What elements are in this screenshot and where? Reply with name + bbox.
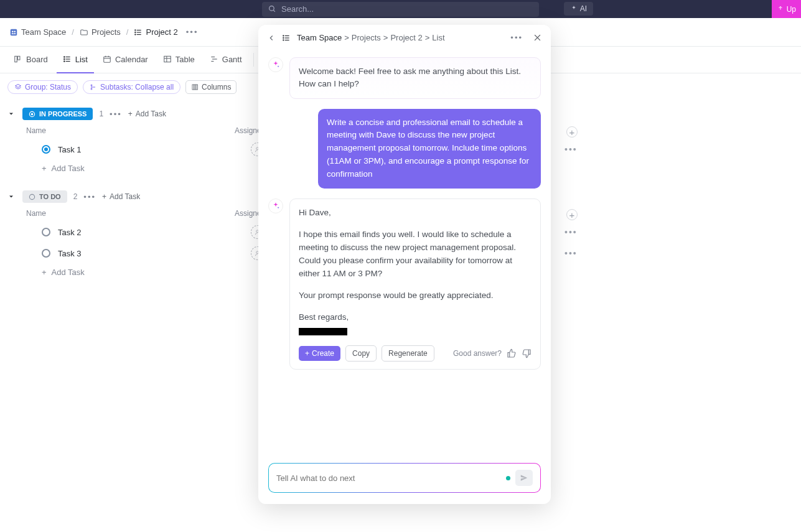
- ai-breadcrumb: Team Space > Projects > Project 2 > List: [297, 33, 500, 42]
- plus-icon: +: [128, 110, 133, 118]
- upgrade-label: Up: [787, 5, 796, 14]
- crumb-team-space[interactable]: Team Space: [7, 26, 68, 39]
- view-calendar[interactable]: Calendar: [96, 47, 154, 73]
- svg-point-9: [135, 32, 136, 32]
- feedback-label: Good answer?: [453, 348, 502, 360]
- view-label: List: [75, 55, 88, 64]
- ai-toggle[interactable]: AI: [564, 2, 593, 16]
- pill-label: Subtasks: Collapse all: [100, 83, 174, 91]
- group-add-task[interactable]: + Add Task: [128, 110, 166, 118]
- crumb-project2[interactable]: Project 2: [132, 26, 179, 39]
- svg-point-42: [29, 194, 34, 199]
- group-add-task[interactable]: + Add Task: [102, 192, 140, 201]
- columns-icon: [191, 83, 199, 91]
- columns-button[interactable]: Columns: [185, 80, 237, 94]
- row-actions[interactable]: •••: [564, 227, 578, 237]
- ai-response: Hi Dave, I hope this email finds you wel…: [268, 198, 541, 370]
- view-list[interactable]: List: [57, 47, 94, 73]
- close-button[interactable]: [533, 33, 542, 42]
- calendar-icon: [103, 55, 111, 63]
- svg-point-0: [269, 6, 274, 11]
- response-actions: + Create Copy Regenerate Good answer?: [299, 345, 532, 362]
- group-more[interactable]: •••: [83, 192, 96, 202]
- recording-indicator-icon: [506, 476, 510, 480]
- upgrade-button[interactable]: Up: [772, 0, 801, 18]
- crumb-more[interactable]: •••: [184, 27, 201, 37]
- status-dot-icon[interactable]: [42, 249, 50, 258]
- send-button[interactable]: [515, 470, 533, 486]
- view-label: Calendar: [115, 55, 148, 64]
- plus-icon: +: [102, 192, 106, 201]
- ai-input-field[interactable]: [276, 474, 501, 483]
- row-actions[interactable]: •••: [564, 248, 578, 258]
- ai-crumb[interactable]: List: [432, 33, 444, 42]
- back-button[interactable]: [267, 34, 276, 42]
- status-label: TO DO: [39, 193, 61, 200]
- ai-crumb[interactable]: Projects: [352, 33, 381, 42]
- svg-point-18: [63, 61, 64, 62]
- ai-conversation: Welcome back! Feel free to ask me anythi…: [258, 51, 551, 457]
- global-search[interactable]: Search...: [262, 2, 539, 17]
- response-line: I hope this email finds you well. I woul…: [299, 228, 532, 281]
- svg-point-29: [91, 85, 92, 86]
- task-name[interactable]: Task 2: [58, 228, 251, 237]
- view-label: Board: [26, 55, 48, 64]
- chevron-down-icon[interactable]: [7, 193, 16, 200]
- top-bar: Search... AI Up: [0, 0, 801, 18]
- svg-rect-32: [194, 85, 196, 90]
- crumb-sep: /: [126, 27, 129, 37]
- add-task-label: Add Task: [52, 164, 85, 173]
- svg-point-16: [63, 57, 64, 57]
- ai-message: Welcome back! Feel free to ask me anythi…: [268, 57, 541, 99]
- gantt-icon: [210, 55, 218, 63]
- crumb-label: Projects: [91, 27, 121, 37]
- status-dot-icon[interactable]: [42, 228, 50, 236]
- svg-rect-31: [192, 85, 194, 90]
- regenerate-button[interactable]: Regenerate: [382, 345, 434, 362]
- ai-input[interactable]: [268, 463, 541, 493]
- group-by-status[interactable]: Group: Status: [7, 80, 78, 94]
- ai-more[interactable]: •••: [507, 33, 527, 42]
- add-column[interactable]: +: [566, 126, 578, 138]
- add-task-label: Add Task: [136, 110, 166, 118]
- status-dot-icon[interactable]: [42, 145, 50, 154]
- row-actions[interactable]: •••: [564, 144, 578, 154]
- svg-rect-19: [104, 57, 111, 62]
- task-name[interactable]: Task 1: [58, 145, 251, 154]
- crumb-projects[interactable]: Projects: [78, 26, 123, 39]
- view-table[interactable]: Table: [157, 47, 201, 73]
- response-line: Your prompt response would be greatly ap…: [299, 289, 532, 302]
- svg-point-38: [31, 113, 34, 115]
- group-more[interactable]: •••: [110, 110, 122, 119]
- copy-button[interactable]: Copy: [345, 345, 377, 362]
- add-column[interactable]: +: [566, 209, 578, 220]
- layers-icon: [14, 83, 22, 91]
- chevron-down-icon[interactable]: [7, 110, 16, 118]
- ai-crumb[interactable]: Team Space: [297, 33, 342, 42]
- status-label: IN PROGRESS: [39, 110, 87, 118]
- thumbs-up-icon[interactable]: [507, 348, 517, 358]
- status-chip-todo[interactable]: TO DO: [22, 190, 67, 203]
- svg-rect-2: [11, 29, 17, 35]
- ai-panel: Team Space > Projects > Project 2 > List…: [258, 25, 551, 504]
- add-task-label: Add Task: [110, 192, 140, 201]
- view-board[interactable]: Board: [7, 47, 54, 73]
- svg-rect-33: [196, 85, 198, 90]
- group-count: 1: [99, 110, 103, 118]
- thumbs-down-icon[interactable]: [522, 348, 532, 358]
- list-icon: [282, 34, 291, 42]
- subtasks-collapse[interactable]: Subtasks: Collapse all: [83, 80, 180, 94]
- create-button[interactable]: + Create: [299, 346, 340, 361]
- svg-point-4: [14, 30, 16, 32]
- feedback-row: Good answer?: [453, 348, 532, 360]
- ai-avatar-icon: [268, 198, 283, 213]
- ai-crumb[interactable]: Project 2: [390, 33, 422, 42]
- group-count: 2: [73, 192, 78, 201]
- view-gantt[interactable]: Gantt: [204, 47, 248, 73]
- ai-response-body: Hi Dave, I hope this email finds you wel…: [289, 198, 541, 370]
- status-chip-in-progress[interactable]: IN PROGRESS: [22, 108, 93, 120]
- add-task-label: Add Task: [52, 268, 85, 277]
- task-name[interactable]: Task 3: [58, 249, 251, 258]
- svg-point-17: [63, 58, 64, 59]
- ai-input-row: [258, 457, 551, 504]
